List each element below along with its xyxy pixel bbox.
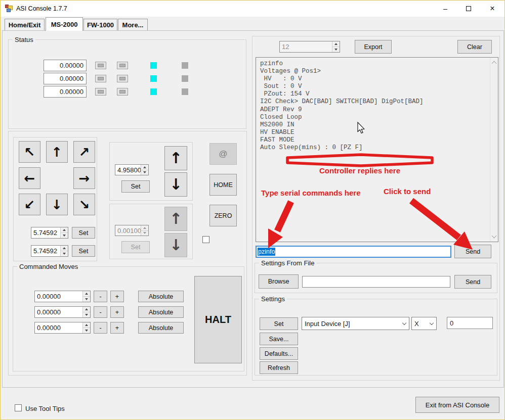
spin-up-icon[interactable] [61,246,68,251]
maximize-icon [466,6,471,11]
upper-limit-z-indicator [117,88,128,96]
spin-up-icon[interactable] [61,227,68,233]
relative-minus-z-button[interactable]: - [94,322,107,334]
absolute-x-button[interactable]: Absolute [138,291,184,302]
arrow-up-icon: ↑ [170,151,182,166]
target-x-spinner[interactable]: 0.00000 [34,291,91,302]
selected-command-text: pzinfo [258,248,275,256]
use-tooltips-label: Use Tool Tips [25,405,65,412]
status-group-title: Status [13,36,35,43]
z-up-button[interactable]: ↑ [164,146,187,170]
close-button[interactable]: × [480,1,504,16]
jog-down-left-button[interactable]: ↙ [19,194,40,215]
console-scrollbar[interactable] [490,58,498,242]
spin-down-icon[interactable] [83,328,90,333]
spin-down-icon[interactable] [141,170,148,175]
busy-z-indicator [182,88,188,95]
zero-button[interactable]: ZERO [209,205,237,226]
annotation-type-commands: Type serial commands here [261,189,360,197]
arrow-down-icon: ↓ [170,238,182,253]
absolute-z-button[interactable]: Absolute [138,322,184,334]
send-command-button[interactable]: Send [454,245,491,258]
f-down-button[interactable]: ↓ [164,233,187,257]
settings-save-button[interactable]: Save... [260,333,298,345]
maximize-button[interactable] [457,1,480,16]
spin-down-icon[interactable] [83,312,90,317]
jog-left-button[interactable]: ← [19,167,40,189]
spin-down-icon[interactable] [83,297,90,302]
position-z-field[interactable]: 0.00000 [44,86,87,98]
use-tooltips-checkbox[interactable] [15,404,22,411]
settings-file-path-field[interactable] [302,276,450,288]
z-down-button[interactable]: ↓ [164,172,187,197]
export-button[interactable]: Export [355,40,392,54]
busy-x-indicator [182,62,188,69]
tab-home-exit[interactable]: Home/Exit [5,19,45,31]
tab-ms-2000[interactable]: MS-2000 [46,17,83,31]
f-up-button[interactable]: ↑ [164,207,187,231]
z-speed-set-button[interactable]: Set [121,180,150,193]
spin-up-icon[interactable] [83,322,90,328]
spin-up-icon[interactable] [83,291,90,297]
z-speed-spinner[interactable]: 4.95800 [115,164,149,175]
arrow-down-icon: ↓ [52,198,63,211]
jog-up-left-button[interactable]: ↖ [19,141,40,163]
setting-value-field[interactable]: 0 [447,317,493,329]
relative-plus-x-button[interactable]: + [110,291,124,302]
relative-plus-y-button[interactable]: + [110,306,124,318]
y-speed-set-button[interactable]: Set [72,245,95,257]
spin-down-icon[interactable] [332,47,340,52]
target-y-spinner[interactable]: 0.00000 [34,306,91,318]
spin-up-icon[interactable] [332,41,340,47]
clear-button[interactable]: Clear [457,40,492,54]
at-button: @ [209,143,237,165]
spin-up-icon [141,225,148,231]
position-y-field[interactable]: 0.00000 [44,73,87,84]
spin-down-icon [141,231,148,236]
serial-command-input[interactable]: pzinfo [256,246,451,258]
console-output[interactable]: pzinfo Voltages @ Pos1> HV : 0 V Sout : … [256,57,498,242]
y-speed-spinner[interactable]: 5.74592 [31,245,68,257]
jog-up-button[interactable]: ↑ [46,141,68,163]
settings-set-button[interactable]: Set [260,317,298,330]
relative-minus-x-button[interactable]: - [94,291,107,302]
scroll-down-icon[interactable] [492,234,497,239]
clutch-engaged-checkbox[interactable] [202,236,209,243]
halt-button[interactable]: HALT [194,276,242,363]
jog-right-button[interactable]: → [73,167,95,189]
arrow-down-icon: ↓ [170,177,182,192]
arrow-up-icon: ↑ [52,146,63,159]
settings-defaults-button[interactable]: Defaults... [260,347,298,360]
scroll-up-icon[interactable] [492,61,497,66]
position-x-field[interactable]: 0.00000 [44,60,87,71]
spin-up-icon[interactable] [141,165,148,170]
x-speed-set-button[interactable]: Set [72,227,95,239]
exit-asi-console-button[interactable]: Exit from ASI Console [415,397,499,413]
tab-more[interactable]: More... [118,19,148,31]
send-file-button[interactable]: Send [454,275,491,289]
jog-down-right-button[interactable]: ↘ [73,194,95,215]
relative-plus-z-button[interactable]: + [110,322,124,334]
home-button[interactable]: HOME [209,174,237,196]
x-speed-spinner[interactable]: 5.74592 [31,227,68,239]
spin-down-icon[interactable] [61,251,68,256]
target-z-spinner[interactable]: 0.00000 [34,322,91,334]
chevron-down-icon [400,323,409,324]
jog-down-button[interactable]: ↓ [46,194,68,215]
lines-spinner[interactable]: 12 [279,41,340,53]
setting-dropdown[interactable]: Input Device [J] [302,317,409,330]
lower-limit-x-indicator [95,62,106,69]
tab-fw-1000[interactable]: FW-1000 [83,19,117,31]
absolute-y-button[interactable]: Absolute [138,306,184,318]
settings-refresh-button[interactable]: Refresh [260,361,298,374]
spin-up-icon[interactable] [83,307,90,312]
jog-up-right-button[interactable]: ↗ [73,141,95,163]
browse-button[interactable]: Browse [259,274,299,289]
settings-title: Settings [259,295,287,303]
settings-from-file-title: Settings From File [259,259,316,267]
busy-y-indicator [182,75,188,82]
relative-minus-y-button[interactable]: - [94,306,107,318]
axis-dropdown[interactable]: X [411,317,437,330]
minimize-button[interactable]: – [434,1,457,16]
spin-down-icon[interactable] [61,233,68,238]
